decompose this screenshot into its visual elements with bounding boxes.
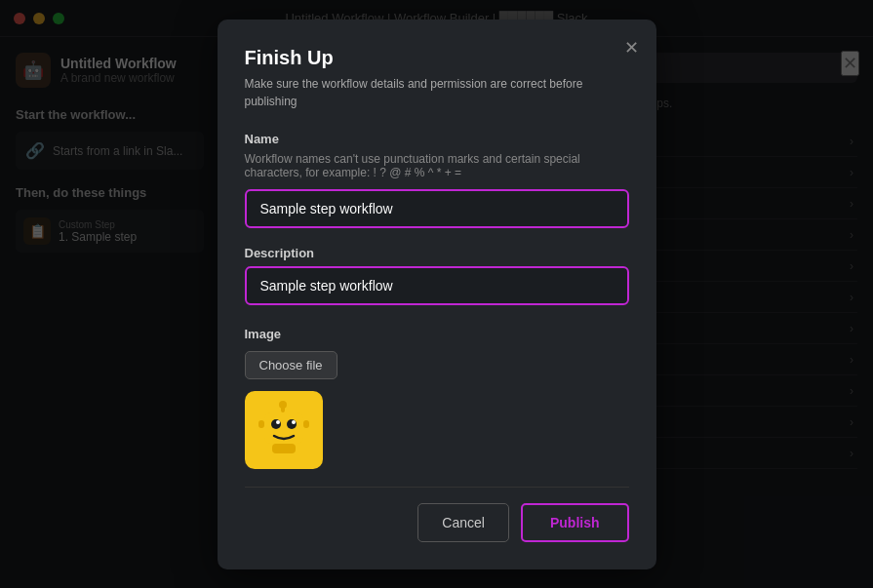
svg-rect-9 xyxy=(272,444,296,453)
dialog-title: Finish Up xyxy=(245,47,629,69)
image-label: Image xyxy=(245,327,629,341)
dialog-close-button[interactable]: ✕ xyxy=(624,37,639,59)
svg-point-6 xyxy=(279,401,287,409)
image-preview xyxy=(245,391,323,469)
robot-icon xyxy=(255,401,313,459)
modal-overlay: ✕ Finish Up Make sure the workflow detai… xyxy=(0,0,873,588)
dialog-footer: Cancel Publish xyxy=(245,487,629,542)
publish-button[interactable]: Publish xyxy=(521,503,629,542)
description-label: Description xyxy=(245,246,629,260)
name-hint: Workflow names can't use punctuation mar… xyxy=(245,152,629,179)
name-input[interactable] xyxy=(245,189,629,228)
svg-point-1 xyxy=(271,419,281,429)
svg-rect-7 xyxy=(258,420,264,428)
svg-point-2 xyxy=(287,419,297,429)
cancel-button[interactable]: Cancel xyxy=(417,503,509,542)
name-label: Name xyxy=(245,132,629,146)
dialog: ✕ Finish Up Make sure the workflow detai… xyxy=(218,20,656,569)
dialog-subtitle: Make sure the workflow details and permi… xyxy=(245,75,629,110)
choose-file-button[interactable]: Choose file xyxy=(245,351,337,379)
svg-point-3 xyxy=(276,420,280,424)
image-section: Image Choose file xyxy=(245,327,629,469)
svg-point-4 xyxy=(292,420,296,424)
description-input[interactable] xyxy=(245,266,629,305)
svg-rect-8 xyxy=(303,420,309,428)
